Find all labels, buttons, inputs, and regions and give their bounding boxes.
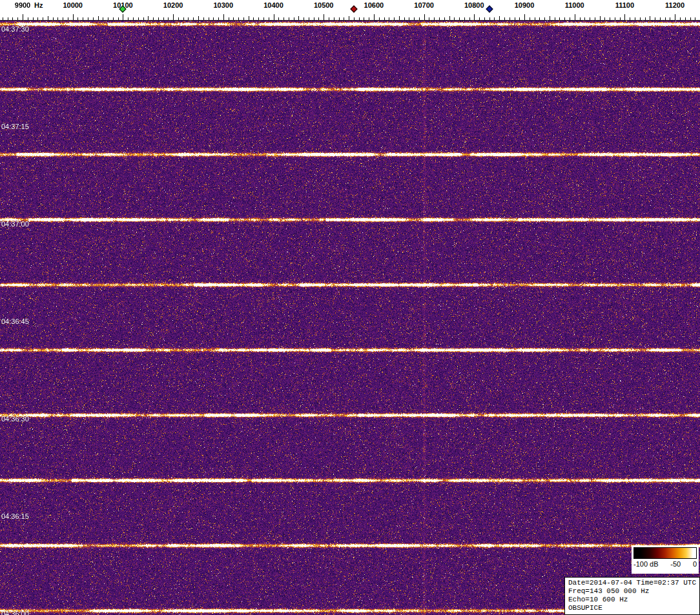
ruler-tick [8, 17, 8, 20]
time-axis-label: 04:36:45 [1, 318, 29, 325]
ruler-tick [680, 17, 681, 20]
ruler-tick [258, 17, 259, 20]
ruler-tick [318, 17, 319, 20]
ruler-frequency-label: 10200 [163, 1, 183, 9]
ruler-tick [685, 17, 686, 20]
ruler-tick [148, 16, 149, 20]
ruler-frequency-label: 9900 [15, 1, 30, 9]
ruler-tick [544, 17, 545, 20]
ruler-tick [203, 17, 204, 20]
ruler-tick [158, 17, 159, 20]
ruler-tick [329, 17, 329, 20]
ruler-tick [464, 17, 465, 20]
colorbar-gradient [633, 547, 697, 559]
ruler-tick [133, 17, 134, 20]
ruler-tick [103, 17, 103, 20]
ruler-tick [294, 17, 294, 20]
time-axis-label: 04:37:30 [1, 25, 29, 33]
time-axis-label: 04:37:15 [1, 123, 29, 130]
colorbar-labels: -100 dB -50 0 [632, 560, 699, 568]
ruler-tick [580, 17, 581, 20]
waterfall-display: -100 dB -50 0 Date=2014-07-04 Time=02:37… [0, 0, 700, 615]
ruler-tick [535, 17, 535, 20]
ruler-tick [474, 14, 475, 20]
ruler-tick [63, 17, 63, 20]
ruler-tick [515, 17, 515, 20]
colorbar-label-max: 0 [693, 560, 697, 568]
ruler-tick [409, 17, 409, 20]
ruler-tick [98, 16, 99, 20]
info-observatory: OBSUPICE [568, 604, 696, 612]
ruler-frequency-label: 10000 [63, 1, 83, 9]
ruler-unit-label: Hz [34, 1, 43, 9]
ruler-tick [108, 17, 108, 20]
ruler-tick [564, 17, 565, 20]
frequency-ruler: 9900100001010010200103001040010500106001… [0, 0, 700, 21]
ruler-tick [12, 17, 13, 20]
time-axis-label: 04:36:00 [1, 610, 29, 615]
ruler-tick [33, 17, 34, 20]
ruler-tick [83, 17, 83, 20]
ruler-tick [138, 17, 139, 20]
spectrogram-canvas [0, 21, 700, 615]
info-echo: Echo=10 600 Hz [568, 596, 696, 604]
ruler-tick [118, 17, 119, 20]
ruler-tick [499, 16, 500, 20]
ruler-tick [57, 17, 58, 20]
ruler-frequency-label: 10800 [464, 1, 484, 9]
status-info-box: Date=2014-07-04 Time=02:37 UTC Freq=143 … [564, 577, 700, 615]
ruler-tick [489, 17, 490, 20]
ruler-tick [640, 17, 641, 20]
ruler-tick [88, 17, 88, 20]
ruler-tick [263, 17, 264, 20]
ruler-tick [459, 17, 460, 20]
ruler-tick [595, 17, 595, 20]
ruler-frequency-label: 11200 [665, 1, 685, 9]
ruler-tick [394, 17, 395, 20]
ruler-tick [93, 17, 94, 20]
ruler-tick [43, 17, 43, 20]
ruler-tick [283, 17, 284, 20]
ruler-frequency-label: 10500 [314, 1, 334, 9]
ruler-tick [304, 17, 304, 20]
info-date-time: Date=2014-07-04 Time=02:37 UTC [568, 579, 696, 587]
ruler-tick [123, 14, 123, 20]
ruler-frequency-label: 11100 [615, 1, 634, 9]
ruler-tick [600, 16, 601, 20]
ruler-tick [539, 17, 540, 20]
ruler-frequency-label: 10900 [515, 1, 535, 9]
ruler-tick [379, 17, 380, 20]
ruler-tick [690, 17, 691, 20]
ruler-tick [23, 14, 23, 20]
ruler-tick [695, 17, 695, 20]
ruler-frequency-label: 10300 [214, 1, 234, 9]
ruler-tick [575, 14, 575, 20]
frequency-marker-blue-diamond-icon[interactable] [486, 5, 493, 12]
ruler-tick [660, 17, 661, 20]
ruler-tick [269, 17, 269, 20]
colorbar-legend: -100 dB -50 0 [632, 545, 699, 574]
ruler-tick [519, 17, 520, 20]
ruler-tick [620, 17, 621, 20]
ruler-tick [128, 17, 129, 20]
ruler-tick [665, 17, 666, 20]
time-axis-label: 04:36:15 [1, 512, 29, 520]
ruler-frequency-label: 10600 [364, 1, 384, 9]
ruler-tick [484, 17, 485, 20]
ruler-tick [675, 14, 675, 20]
ruler-tick [630, 17, 630, 20]
ruler-tick [77, 17, 78, 20]
ruler-tick [584, 17, 585, 20]
ruler-tick [218, 17, 219, 20]
ruler-tick [530, 17, 530, 20]
ruler-tick [209, 17, 209, 20]
ruler-tick [389, 17, 389, 20]
ruler-tick [253, 17, 254, 20]
ruler-tick [334, 17, 335, 20]
ruler-tick [504, 17, 505, 20]
ruler-tick [439, 17, 440, 20]
ruler-tick [479, 17, 480, 20]
ruler-tick [635, 17, 635, 20]
frequency-marker-red-diamond-icon[interactable] [350, 5, 357, 12]
ruler-tick [650, 16, 650, 20]
